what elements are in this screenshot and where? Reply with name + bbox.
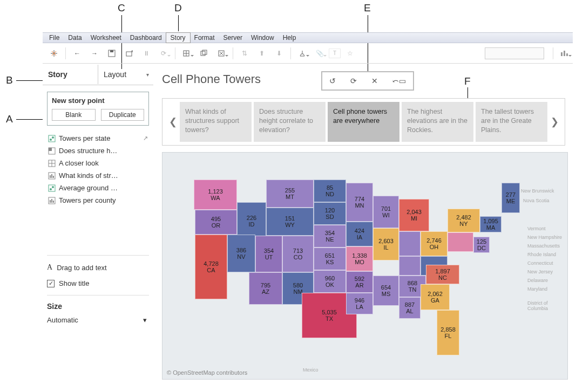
new-story-point-title: New story point <box>52 97 144 105</box>
sheet-item[interactable]: Average ground … <box>47 182 149 194</box>
side-tab-story[interactable]: Story <box>43 65 98 84</box>
menu-server[interactable]: Server <box>219 33 247 43</box>
menu-help[interactable]: Help <box>279 33 301 43</box>
state-OK[interactable]: 960OK <box>314 270 346 293</box>
state-KS[interactable]: 651KS <box>314 247 346 270</box>
sheet-item[interactable]: Does structure h… <box>47 145 149 157</box>
state-FL[interactable]: 2,858FL <box>437 310 459 355</box>
duplicate-button[interactable]: Duplicate <box>101 109 145 121</box>
show-title-checkbox[interactable]: ✓ Show title <box>47 279 149 287</box>
svg-rect-39 <box>53 201 54 203</box>
text-button[interactable]: T <box>329 49 341 58</box>
state-IA[interactable]: 424IA <box>346 222 373 246</box>
sort-asc-button[interactable]: ⬆ <box>254 46 270 61</box>
new-worksheet-button[interactable] <box>179 46 195 61</box>
state-LA[interactable]: 946LA <box>346 293 373 314</box>
map-region-label: Rhode Island <box>527 252 556 257</box>
nav-next-button[interactable]: ❯ <box>547 102 561 142</box>
save-button[interactable] <box>104 46 120 61</box>
story-point-1[interactable]: What kinds of structures support towers? <box>180 102 252 142</box>
state-UT[interactable]: 354UT <box>255 236 282 272</box>
undo-button[interactable]: ← <box>69 46 85 61</box>
state-MS[interactable]: 654MS <box>373 276 399 306</box>
state-WI[interactable]: 701WI <box>373 196 399 228</box>
state-ND[interactable]: 85ND <box>314 180 346 202</box>
sheet-label: A closer look <box>59 159 99 167</box>
state-shape[interactable] <box>399 256 421 276</box>
blank-button[interactable]: Blank <box>52 109 96 121</box>
state-MO[interactable]: 1,338MO <box>346 246 373 271</box>
state-MA[interactable]: 1,095MA <box>480 216 502 232</box>
search-box[interactable] <box>485 47 544 59</box>
state-AL[interactable]: 887AL <box>399 297 421 319</box>
menu-format[interactable]: Format <box>190 33 219 43</box>
delete-icon[interactable]: ✕ <box>371 77 378 85</box>
state-AZ[interactable]: 795AZ <box>249 272 282 305</box>
story-point-4[interactable]: The highest elevations are in the Rockie… <box>402 102 473 142</box>
state-shape[interactable] <box>448 232 473 252</box>
swap-button[interactable]: ⇅ <box>236 46 253 61</box>
revert-icon[interactable]: ↺ <box>329 77 336 85</box>
state-WY[interactable]: 151WY <box>266 208 314 236</box>
menu-window[interactable]: Window <box>247 33 279 43</box>
size-dropdown[interactable]: Automatic ▾ <box>47 316 149 324</box>
menu-dashboard[interactable]: Dashboard <box>126 33 166 43</box>
tableau-logo-icon[interactable] <box>46 46 62 61</box>
story-point-2[interactable]: Does structure height correlate to eleva… <box>254 102 326 142</box>
new-datasource-button[interactable] <box>121 46 137 61</box>
refresh-dropdown[interactable]: ⟳ <box>155 46 172 61</box>
drag-to-add-text[interactable]: A Drag to add text <box>47 255 149 272</box>
clear-button[interactable] <box>213 46 229 61</box>
sheet-item[interactable]: Towers per county <box>47 194 149 207</box>
state-AR[interactable]: 592AR <box>346 271 373 293</box>
state-DC[interactable]: 125DC <box>473 237 490 253</box>
sheet-label: What kinds of str… <box>59 171 118 180</box>
state-CA[interactable]: 4,728CA <box>195 235 227 299</box>
duplicate-button[interactable] <box>196 46 212 61</box>
svg-point-23 <box>52 136 54 139</box>
sort-desc-button[interactable]: ⬇ <box>271 46 287 61</box>
state-SD[interactable]: 120SD <box>314 202 346 225</box>
update-icon[interactable]: ⟳ <box>350 77 357 85</box>
state-NC[interactable]: 1,897NC <box>426 265 459 284</box>
story-point-5[interactable]: The tallest towers are in the Greate Pla… <box>476 102 547 142</box>
state-NY[interactable]: 2,482NY <box>448 209 480 232</box>
state-GA[interactable]: 2,062GA <box>421 284 450 310</box>
highlight-button[interactable] <box>294 46 310 61</box>
story-navigator: ❮ What kinds of structures support tower… <box>162 98 565 146</box>
state-WA[interactable]: 1,123WA <box>194 180 237 210</box>
state-MN[interactable]: 774MN <box>346 183 373 222</box>
group-button[interactable]: 📎 <box>311 46 328 61</box>
external-icon: ↗ <box>143 135 148 142</box>
state-NE[interactable]: 354NE <box>314 225 346 247</box>
size-panel: Size Automatic ▾ <box>47 295 149 324</box>
nav-prev-button[interactable]: ❮ <box>166 102 180 142</box>
side-tab-layout[interactable]: Layout ▾ <box>98 65 153 84</box>
state-ME[interactable]: 277ME <box>502 183 520 213</box>
state-OH[interactable]: 2,746OH <box>421 231 448 256</box>
story-point-3[interactable]: Cell phone towers are everywhere <box>328 102 399 142</box>
sheet-item[interactable]: A closer look <box>47 157 149 169</box>
pin-button[interactable]: ☆ <box>342 46 358 61</box>
svg-rect-25 <box>49 148 52 151</box>
state-MI[interactable]: 2,043MI <box>399 199 429 231</box>
callout-b: B <box>6 74 13 86</box>
pause-button[interactable]: ⏸ <box>138 46 154 61</box>
state-OR[interactable]: 495OR <box>195 210 237 235</box>
redo-button[interactable]: → <box>86 46 103 61</box>
state-shape[interactable] <box>399 231 421 256</box>
state-IL[interactable]: 2,603IL <box>373 228 399 260</box>
sheet-item[interactable]: What kinds of str… <box>47 169 149 182</box>
menu-worksheet[interactable]: Worksheet <box>86 33 126 43</box>
showme-button[interactable] <box>557 46 573 61</box>
menu-story[interactable]: Story <box>166 33 190 43</box>
sheet-item[interactable]: Towers per state↗ <box>47 132 149 145</box>
save-as-new-icon[interactable]: ⤺▭ <box>392 77 406 85</box>
menu-data[interactable]: Data <box>64 33 86 43</box>
sheet-label: Does structure h… <box>59 147 117 155</box>
menu-file[interactable]: File <box>45 33 64 43</box>
state-NV[interactable]: 386NV <box>227 235 255 272</box>
state-MT[interactable]: 255MT <box>266 180 314 208</box>
state-CO[interactable]: 713CO <box>282 236 314 272</box>
map-viz[interactable]: 1,123WA495OR226ID255MT151WY4,728CA386NV3… <box>162 152 568 380</box>
